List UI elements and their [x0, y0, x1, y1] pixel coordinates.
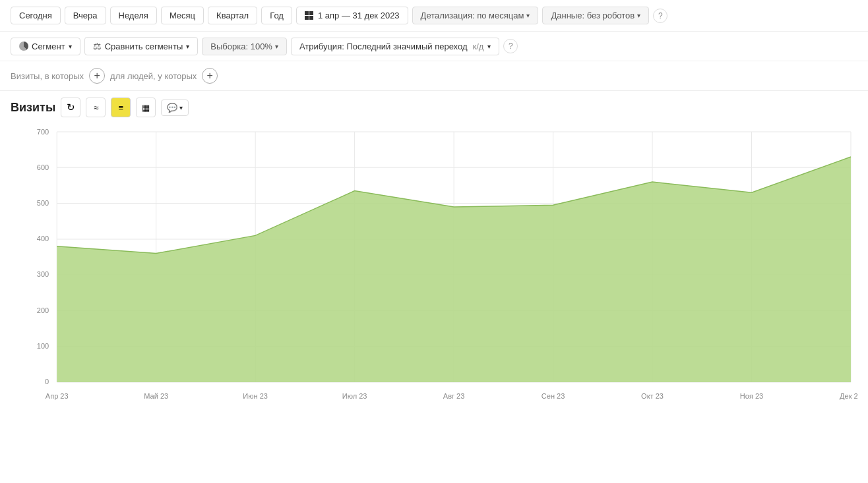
svg-text:Сен 23: Сен 23 — [542, 392, 565, 400]
top-bar: Сегодня Вчера Неделя Месяц Квартал Год 1… — [0, 0, 868, 32]
people-filter-label: для людей, у которых — [110, 71, 197, 81]
chevron-down-icon: ▾ — [69, 43, 72, 50]
svg-text:Июл 23: Июл 23 — [342, 392, 367, 400]
chevron-down-icon: ▾ — [526, 12, 530, 19]
svg-text:300: 300 — [37, 270, 49, 278]
svg-text:100: 100 — [37, 342, 49, 350]
chevron-down-icon: ▾ — [637, 12, 640, 19]
svg-text:500: 500 — [37, 199, 49, 207]
yesterday-button[interactable]: Вчера — [65, 7, 106, 24]
compare-label: Сравнить сегменты — [105, 42, 183, 51]
svg-text:400: 400 — [37, 235, 49, 242]
compare-segments-button[interactable]: ⚖ Сравнить сегменты ▾ — [84, 37, 199, 55]
quarter-button[interactable]: Квартал — [208, 7, 257, 24]
visits-filter-label: Визиты, в которых — [11, 71, 84, 81]
area-icon: ≡ — [118, 103, 123, 113]
chevron-down-icon: ▾ — [275, 43, 278, 50]
attribution-suffix: к/д — [473, 42, 484, 51]
svg-text:Дек 23: Дек 23 — [840, 392, 857, 400]
area-chart-button[interactable]: ≡ — [111, 98, 131, 117]
date-range-label: 1 апр — 31 дек 2023 — [318, 11, 400, 20]
sample-button[interactable]: Выборка: 100% ▾ — [202, 38, 287, 55]
chevron-down-icon: ▾ — [487, 43, 491, 50]
svg-text:Апр 23: Апр 23 — [46, 392, 69, 400]
svg-text:Июн 23: Июн 23 — [243, 392, 268, 400]
bar-icon: ▦ — [142, 103, 150, 113]
filter-bar: Визиты, в которых + для людей, у которых… — [0, 61, 868, 91]
chevron-down-icon: ▾ — [179, 104, 183, 111]
year-button[interactable]: Год — [261, 7, 292, 24]
info-icon: ? — [509, 42, 513, 51]
loading-icon-button[interactable]: ↻ — [61, 98, 80, 117]
segment-icon — [19, 42, 28, 51]
attribution-button[interactable]: Атрибуция: Последний значимый переход к/… — [291, 38, 499, 55]
line-chart-button[interactable]: ≈ — [86, 98, 106, 117]
svg-text:700: 700 — [37, 128, 49, 136]
svg-text:Авг 23: Авг 23 — [443, 392, 465, 400]
granularity-label: Детализация: по месяцам — [421, 11, 524, 20]
plus-icon: + — [207, 71, 213, 81]
annotation-dropdown[interactable]: 💬 ▾ — [161, 99, 189, 116]
add-visit-filter-button[interactable]: + — [89, 68, 105, 84]
comment-icon: 💬 — [167, 103, 177, 113]
info-icon: ? — [658, 11, 663, 20]
svg-text:600: 600 — [37, 163, 49, 171]
refresh-icon: ↻ — [67, 101, 75, 113]
info-button-attribution[interactable]: ? — [503, 39, 518, 53]
chart-svg: 700 600 500 400 300 200 100 0 — [11, 125, 857, 409]
add-people-filter-button[interactable]: + — [202, 68, 218, 84]
svg-text:200: 200 — [37, 306, 49, 314]
attribution-label: Атрибуция: Последний значимый переход — [299, 42, 468, 51]
chart-container: 700 600 500 400 300 200 100 0 — [11, 125, 857, 409]
line-icon: ≈ — [94, 103, 98, 113]
bar-chart-button[interactable]: ▦ — [136, 98, 156, 117]
data-filter-label: Данные: без роботов — [551, 11, 635, 20]
chevron-down-icon: ▾ — [186, 43, 189, 50]
sample-label: Выборка: 100% — [210, 42, 272, 51]
chart-title: Визиты — [11, 101, 55, 115]
info-button-top[interactable]: ? — [653, 9, 667, 23]
chart-header: Визиты ↻ ≈ ≡ ▦ 💬 ▾ — [11, 98, 857, 117]
svg-text:0: 0 — [45, 378, 49, 385]
month-button[interactable]: Месяц — [161, 7, 204, 24]
date-range-button[interactable]: 1 апр — 31 дек 2023 — [296, 7, 408, 24]
granularity-button[interactable]: Детализация: по месяцам ▾ — [412, 7, 539, 24]
chart-area: Визиты ↻ ≈ ≡ ▦ 💬 ▾ 700 600 — [0, 91, 868, 409]
plus-icon: + — [94, 71, 100, 81]
week-button[interactable]: Неделя — [110, 7, 157, 24]
calendar-icon — [305, 11, 314, 20]
segment-label: Сегмент — [32, 42, 65, 51]
compare-icon: ⚖ — [93, 41, 102, 51]
second-bar: Сегмент ▾ ⚖ Сравнить сегменты ▾ Выборка:… — [0, 32, 868, 61]
today-button[interactable]: Сегодня — [11, 7, 61, 24]
svg-text:Окт 23: Окт 23 — [641, 392, 664, 400]
data-filter-button[interactable]: Данные: без роботов ▾ — [542, 7, 649, 24]
svg-text:Ноя 23: Ноя 23 — [740, 392, 763, 400]
svg-text:Май 23: Май 23 — [144, 392, 168, 400]
segment-button[interactable]: Сегмент ▾ — [11, 38, 80, 55]
